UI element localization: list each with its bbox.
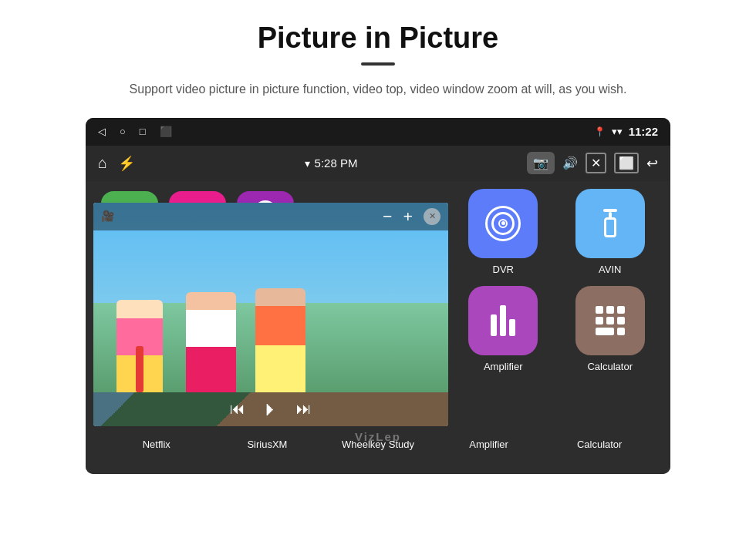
device-frame: ◁ ○ □ ⬛ 📍 ▾▾ 11:22 ⌂ ⚡ ▾ 5:28 PM 📷 <box>86 118 670 474</box>
play-btn[interactable]: ⏵ <box>262 399 279 419</box>
pip-window-icon[interactable]: ⬜ <box>614 153 639 173</box>
bottom-app-amplifier: Amplifier <box>443 437 535 450</box>
app-label-amplifier: Amplifier <box>484 361 523 372</box>
app-cell-dvr[interactable]: DVR <box>454 189 553 275</box>
video-overlay-bar: 🎥 − + ✕ <box>93 203 448 230</box>
page-subtitle: Support video picture in picture functio… <box>130 79 627 99</box>
volume-icon[interactable]: 🔊 <box>562 156 578 170</box>
wifi-icon: ▾▾ <box>612 126 623 137</box>
page-wrapper: Picture in Picture Support video picture… <box>0 0 756 474</box>
avin-icon <box>603 209 617 237</box>
video-close-icon: ✕ <box>429 211 436 221</box>
app-label-dvr: DVR <box>493 264 514 275</box>
watermark: VizLep <box>355 430 401 443</box>
video-close-btn[interactable]: ✕ <box>424 208 440 225</box>
bottom-app-netflix: Netflix <box>110 437 203 450</box>
red-flag <box>136 346 143 392</box>
app-bar-left: ⌂ ⚡ <box>98 154 135 172</box>
home-nav-icon[interactable]: ○ <box>120 126 126 137</box>
status-bar-right: 📍 ▾▾ 11:22 <box>594 125 658 138</box>
bottom-app-calculator: Calculator <box>553 437 646 450</box>
title-divider <box>361 62 395 66</box>
app-icon-amplifier[interactable] <box>468 286 538 355</box>
status-bar: ◁ ○ □ ⬛ 📍 ▾▾ 11:22 <box>86 118 670 146</box>
home-icon[interactable]: ⌂ <box>98 154 107 172</box>
status-bar-left: ◁ ○ □ ⬛ <box>98 126 172 137</box>
dvr-icon <box>485 206 521 241</box>
app-cell-calculator[interactable]: Calculator <box>561 286 660 372</box>
app-bar: ⌂ ⚡ ▾ 5:28 PM 📷 🔊 ✕ ⬜ ↩ <box>86 146 670 181</box>
app-bar-right: 📷 🔊 ✕ ⬜ ↩ <box>527 152 658 174</box>
close-icon[interactable]: ✕ <box>586 153 606 173</box>
label-netflix: Netflix <box>143 439 170 450</box>
app-cell-avin[interactable]: AVIN <box>561 189 660 275</box>
app-label-avin: AVIN <box>599 264 621 275</box>
calc-icon <box>592 303 628 338</box>
usb-icon[interactable]: ⚡ <box>118 155 135 172</box>
video-controls: ⏮ ⏵ ⏭ <box>93 392 448 426</box>
person2 <box>186 292 236 392</box>
prev-track-btn[interactable]: ⏮ <box>230 400 245 418</box>
amp-icon <box>491 305 515 336</box>
video-expand-btn[interactable]: + <box>403 208 413 225</box>
person3 <box>255 288 305 392</box>
screenshot-icon[interactable]: ⬛ <box>160 126 172 137</box>
video-pip-icon: 🎥 <box>101 210 114 223</box>
main-content: 🎥 − + ✕ <box>86 181 670 474</box>
next-track-btn[interactable]: ⏭ <box>296 400 312 418</box>
bottom-app-siriusxm: SiriusXM <box>221 437 313 450</box>
app-icon-dvr[interactable] <box>468 189 538 258</box>
wifi-status-icon: ▾ <box>305 157 310 170</box>
app-bar-center: ▾ 5:28 PM <box>305 156 358 170</box>
label-amplifier: Amplifier <box>469 439 508 450</box>
app-label-calculator: Calculator <box>587 361 633 372</box>
camera-icon[interactable]: 📷 <box>527 152 555 174</box>
back-icon[interactable]: ↩ <box>646 155 658 172</box>
page-title: Picture in Picture <box>258 22 499 55</box>
back-nav-icon[interactable]: ◁ <box>98 126 106 137</box>
clock: 11:22 <box>629 125 658 138</box>
label-siriusxm: SiriusXM <box>247 439 287 450</box>
video-player[interactable]: 🎥 − + ✕ <box>93 203 448 426</box>
app-icon-avin[interactable] <box>575 189 645 258</box>
app-cell-amplifier[interactable]: Amplifier <box>454 286 553 372</box>
time-display: 5:28 PM <box>315 156 358 170</box>
label-calculator: Calculator <box>577 439 623 450</box>
video-minimize-btn[interactable]: − <box>383 208 393 225</box>
apps-grid-right: DVR AVIN <box>443 181 670 380</box>
location-icon: 📍 <box>594 126 606 137</box>
app-icon-calculator[interactable] <box>575 286 645 355</box>
recent-nav-icon[interactable]: □ <box>140 126 146 137</box>
